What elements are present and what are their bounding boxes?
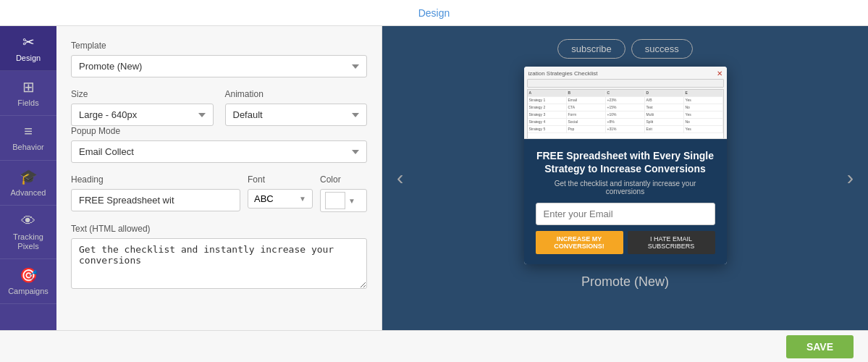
spreadsheet-cell: Strategy 3 [528, 111, 567, 118]
template-select[interactable]: Promote (New) Promote (Classic) Email Co… [71, 55, 367, 77]
font-label: Font [248, 174, 313, 185]
color-col: Color ▼ [320, 174, 367, 212]
text-html-label: Text (HTML allowed) [71, 224, 367, 234]
spreadsheet-cell: +31% [606, 126, 645, 132]
popup-mode-label: Popup Mode [71, 126, 367, 136]
popup-email-input[interactable] [536, 203, 715, 225]
spreadsheet-data-row: Strategy 2 CTA +15% Test No [528, 104, 723, 111]
size-animation-row: Size Large - 640px Medium - 480px Small … [71, 89, 367, 126]
color-label: Color [320, 174, 367, 185]
sidebar-item-campaigns[interactable]: 🎯 Campaigns [0, 259, 56, 304]
sidebar-label-fields: Fields [17, 98, 38, 108]
bottom-bar: SAVE [0, 330, 868, 362]
popup-subtext: Get the checklist and instantly increase… [536, 180, 715, 195]
spreadsheet-cell: No [684, 119, 723, 125]
heading-label: Heading [71, 174, 240, 185]
spreadsheet-cell: +8% [606, 119, 645, 125]
heading-col: Heading [71, 174, 240, 211]
fields-icon: ⊞ [22, 78, 35, 96]
text-html-group: Text (HTML allowed) Get the checklist an… [71, 224, 367, 292]
sidebar-label-behavior: Behavior [12, 143, 43, 152]
sidebar-item-tracking-pixels[interactable]: 👁 Tracking Pixels [0, 206, 56, 259]
campaigns-icon: 🎯 [20, 266, 38, 284]
sidebar-item-design[interactable]: ✂ Design [0, 26, 56, 71]
prev-arrow[interactable]: ‹ [389, 159, 410, 197]
size-col: Size Large - 640px Medium - 480px Small … [71, 89, 214, 126]
size-select[interactable]: Large - 640px Medium - 480px Small - 320… [71, 104, 214, 126]
heading-font-color-row: Heading Font ABC ▼ Color ▼ [71, 174, 367, 212]
spreadsheet-cell: D [645, 90, 684, 96]
preview-template-name: Promote (New) [581, 274, 669, 290]
popup-secondary-btn[interactable]: I HATE EMAIL SUBSCRIBERS [628, 231, 715, 254]
sidebar-item-advanced[interactable]: 🎓 Advanced [0, 161, 56, 206]
spreadsheet-title: ization Strategies Checklist [528, 70, 598, 77]
spreadsheet-cell: Pop [567, 126, 606, 132]
sidebar-item-behavior[interactable]: ≡ Behavior [0, 116, 56, 160]
tracking-pixels-icon: 👁 [21, 213, 35, 230]
sidebar-label-campaigns: Campaigns [8, 287, 49, 296]
top-bar: Design [0, 0, 868, 26]
spreadsheet-cell: Strategy 1 [528, 97, 567, 104]
sidebar-label-advanced: Advanced [11, 188, 46, 198]
spreadsheet-cell: A/B [645, 97, 684, 104]
spreadsheet-cell: Strategy 4 [528, 119, 567, 125]
size-label: Size [71, 89, 214, 99]
save-button[interactable]: SAVE [786, 335, 854, 358]
spreadsheet-row-header: A B C D E [528, 90, 723, 97]
spreadsheet-title-bar: ization Strategies Checklist ✕ [527, 70, 724, 77]
sidebar-item-fields[interactable]: ⊞ Fields [0, 71, 56, 116]
popup-content-area: FREE Spreadsheet with Every Single Strat… [524, 139, 727, 264]
spreadsheet-cell: Yes [684, 111, 723, 118]
tab-success[interactable]: success [631, 39, 693, 59]
behavior-icon: ≡ [24, 123, 33, 140]
popup-heading: FREE Spreadsheet with Every Single Strat… [536, 149, 715, 175]
popup-primary-btn[interactable]: INCREASE MY CONVERSIONS! [536, 231, 623, 254]
spreadsheet-cell: Social [567, 119, 606, 125]
popup-mode-select[interactable]: Email Collect Simple Popup Image Popup [71, 140, 367, 163]
preview-area: subscribe success ‹ ization Strategies C… [382, 26, 868, 330]
animation-select[interactable]: Default Fade Slide Bounce [225, 104, 368, 126]
popup-screenshot: ization Strategies Checklist ✕ A B C D E [524, 67, 727, 139]
sidebar-label-design: Design [16, 54, 41, 63]
sidebar-label-tracking-pixels: Tracking Pixels [4, 232, 53, 251]
popup-preview: ization Strategies Checklist ✕ A B C D E [524, 67, 727, 264]
top-bar-title: Design [418, 7, 450, 19]
spreadsheet-close-icon[interactable]: ✕ [717, 70, 722, 77]
spreadsheet-cell: A [528, 90, 567, 96]
spreadsheet-cell: Email [567, 97, 606, 104]
popup-buttons: INCREASE MY CONVERSIONS! I HATE EMAIL SU… [536, 231, 715, 254]
next-arrow[interactable]: › [840, 159, 861, 197]
spreadsheet-cell: E [684, 90, 723, 96]
spreadsheet-mockup: ization Strategies Checklist ✕ A B C D E [524, 67, 727, 139]
animation-col: Animation Default Fade Slide Bounce [225, 89, 368, 126]
sidebar: ✂ Design ⊞ Fields ≡ Behavior 🎓 Advanced … [0, 26, 56, 330]
spreadsheet-cell: +10% [606, 111, 645, 118]
template-label: Template [71, 41, 367, 51]
advanced-icon: 🎓 [20, 168, 38, 185]
color-swatch[interactable] [325, 192, 345, 209]
font-dropdown-arrow[interactable]: ▼ [299, 195, 306, 203]
spreadsheet-cell: Strategy 5 [528, 126, 567, 132]
spreadsheet-cell: Test [645, 104, 684, 111]
heading-input[interactable] [71, 189, 240, 211]
text-html-input[interactable]: Get the checklist and instantly increase… [71, 238, 367, 289]
spreadsheet-data-row: Strategy 5 Pop +31% Exit Yes [528, 126, 723, 133]
spreadsheet-cell: Multi [645, 111, 684, 118]
spreadsheet-cell: +15% [606, 104, 645, 111]
tab-subscribe[interactable]: subscribe [557, 39, 625, 59]
spreadsheet-toolbar [527, 79, 724, 88]
animation-label: Animation [225, 89, 368, 99]
spreadsheet-data-row: Strategy 1 Email +23% A/B Yes [528, 97, 723, 104]
spreadsheet-cell: Split [645, 119, 684, 125]
font-col: Font ABC ▼ [248, 174, 313, 209]
template-group: Template Promote (New) Promote (Classic)… [71, 41, 367, 77]
spreadsheet-cell: Form [567, 111, 606, 118]
spreadsheet-cell: C [606, 90, 645, 96]
spreadsheet-data-row: Strategy 4 Social +8% Split No [528, 119, 723, 126]
spreadsheet-cell: Yes [684, 97, 723, 104]
color-dropdown-arrow[interactable]: ▼ [348, 197, 355, 205]
design-icon: ✂ [22, 33, 35, 51]
font-value: ABC [254, 193, 299, 204]
spreadsheet-cell: CTA [567, 104, 606, 111]
spreadsheet-grid: A B C D E Strategy 1 Email +23% A/B Yes [527, 89, 724, 139]
